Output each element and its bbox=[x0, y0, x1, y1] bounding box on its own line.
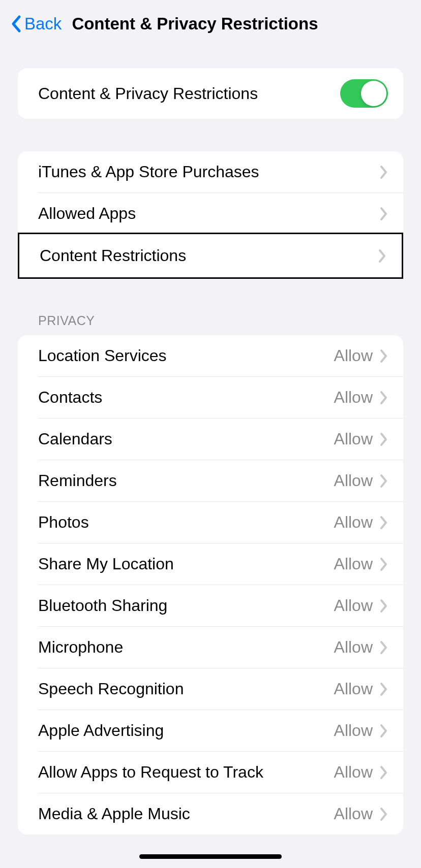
row-value: Allow bbox=[334, 805, 373, 823]
purchases-group: iTunes & App Store Purchases Allowed App… bbox=[18, 151, 403, 234]
photos-row[interactable]: Photos Allow bbox=[18, 502, 403, 543]
row-label: Calendars bbox=[38, 430, 112, 448]
row-value: Allow bbox=[334, 430, 373, 448]
row-label: Share My Location bbox=[38, 555, 174, 573]
speech-recognition-row[interactable]: Speech Recognition Allow bbox=[18, 668, 403, 710]
privacy-group: Location Services Allow Contacts Allow C… bbox=[18, 335, 403, 834]
chevron-left-icon bbox=[10, 15, 21, 33]
bluetooth-sharing-row[interactable]: Bluetooth Sharing Allow bbox=[18, 585, 403, 626]
back-button[interactable]: Back bbox=[10, 14, 62, 34]
row-value: Allow bbox=[334, 388, 373, 407]
back-label: Back bbox=[24, 14, 62, 34]
chevron-right-icon bbox=[380, 599, 388, 613]
row-label: Microphone bbox=[38, 638, 123, 657]
row-value: Allow bbox=[334, 555, 373, 573]
content-privacy-toggle[interactable] bbox=[340, 79, 388, 108]
row-label: Apple Advertising bbox=[38, 721, 164, 740]
chevron-right-icon bbox=[380, 724, 388, 738]
content-privacy-toggle-row[interactable]: Content & Privacy Restrictions bbox=[18, 68, 403, 119]
allowed-apps-row[interactable]: Allowed Apps bbox=[18, 193, 403, 234]
chevron-right-icon bbox=[380, 391, 388, 405]
contacts-row[interactable]: Contacts Allow bbox=[18, 377, 403, 418]
row-label: Allow Apps to Request to Track bbox=[38, 763, 263, 782]
main-toggle-group: Content & Privacy Restrictions bbox=[18, 68, 403, 119]
privacy-section-header: Privacy bbox=[18, 313, 403, 335]
row-value: Allow bbox=[334, 596, 373, 615]
page-title: Content & Privacy Restrictions bbox=[72, 14, 318, 34]
chevron-right-icon bbox=[380, 349, 388, 363]
share-my-location-row[interactable]: Share My Location Allow bbox=[18, 543, 403, 585]
itunes-app-store-purchases-row[interactable]: iTunes & App Store Purchases bbox=[18, 151, 403, 192]
row-label: Reminders bbox=[38, 471, 117, 490]
chevron-right-icon bbox=[380, 682, 388, 696]
row-value: Allow bbox=[334, 763, 373, 782]
media-apple-music-row[interactable]: Media & Apple Music Allow bbox=[18, 793, 403, 834]
row-label: iTunes & App Store Purchases bbox=[38, 163, 259, 181]
content-restrictions-highlight: Content Restrictions bbox=[18, 233, 403, 279]
chevron-right-icon bbox=[380, 432, 388, 446]
chevron-right-icon bbox=[380, 765, 388, 780]
row-label: Media & Apple Music bbox=[38, 805, 190, 823]
row-label: Location Services bbox=[38, 346, 167, 365]
row-label: Photos bbox=[38, 513, 89, 532]
toggle-label: Content & Privacy Restrictions bbox=[38, 84, 258, 103]
chevron-right-icon bbox=[380, 516, 388, 530]
nav-bar: Back Content & Privacy Restrictions bbox=[0, 0, 421, 45]
chevron-right-icon bbox=[380, 207, 388, 221]
allow-apps-track-row[interactable]: Allow Apps to Request to Track Allow bbox=[18, 752, 403, 793]
chevron-right-icon bbox=[380, 557, 388, 571]
apple-advertising-row[interactable]: Apple Advertising Allow bbox=[18, 710, 403, 751]
chevron-right-icon bbox=[378, 249, 386, 263]
chevron-right-icon bbox=[380, 165, 388, 179]
row-value: Allow bbox=[334, 680, 373, 698]
row-label: Content Restrictions bbox=[40, 246, 186, 265]
reminders-row[interactable]: Reminders Allow bbox=[18, 460, 403, 501]
row-value: Allow bbox=[334, 513, 373, 532]
row-value: Allow bbox=[334, 721, 373, 740]
location-services-row[interactable]: Location Services Allow bbox=[18, 335, 403, 376]
home-indicator[interactable] bbox=[139, 854, 282, 859]
row-value: Allow bbox=[334, 638, 373, 657]
row-label: Allowed Apps bbox=[38, 204, 136, 223]
row-label: Bluetooth Sharing bbox=[38, 596, 167, 615]
toggle-knob bbox=[361, 81, 386, 106]
microphone-row[interactable]: Microphone Allow bbox=[18, 627, 403, 668]
row-label: Contacts bbox=[38, 388, 102, 407]
row-value: Allow bbox=[334, 471, 373, 490]
row-value: Allow bbox=[334, 346, 373, 365]
calendars-row[interactable]: Calendars Allow bbox=[18, 419, 403, 460]
content-restrictions-row[interactable]: Content Restrictions bbox=[19, 234, 402, 277]
chevron-right-icon bbox=[380, 474, 388, 488]
chevron-right-icon bbox=[380, 807, 388, 821]
row-label: Speech Recognition bbox=[38, 680, 184, 698]
chevron-right-icon bbox=[380, 640, 388, 655]
